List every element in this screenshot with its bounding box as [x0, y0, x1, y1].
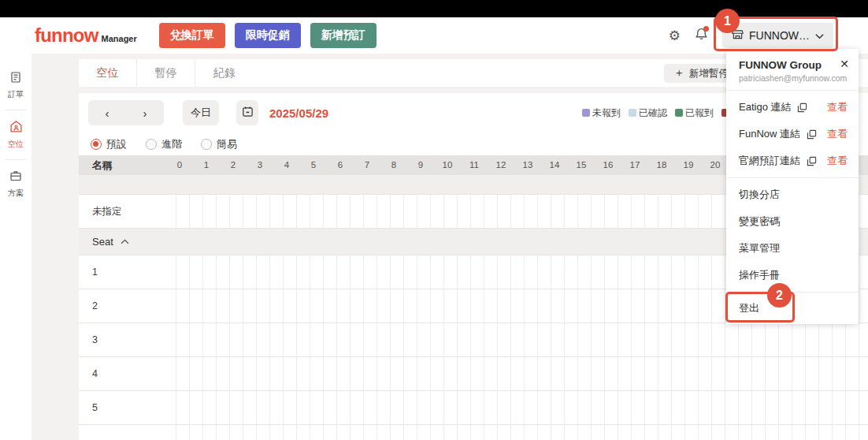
row-label: 2: [92, 300, 98, 311]
view-link-official-site[interactable]: 查看: [827, 154, 848, 168]
tab-seats[interactable]: 空位: [79, 59, 137, 87]
logo-manager-badge: Manager: [102, 34, 137, 43]
home-person-icon: [9, 120, 23, 136]
radio-default[interactable]: 預設: [91, 137, 127, 151]
radio-label: 進階: [161, 137, 182, 151]
timeline-grid: [176, 357, 868, 390]
sidebar-divider: [6, 159, 26, 160]
menu-link-label: 官網預訂連結: [739, 154, 800, 168]
add-pause-label: 新增暫停: [689, 67, 729, 80]
radio-advanced[interactable]: 進階: [146, 137, 182, 151]
receipt-icon: [9, 71, 22, 87]
hour-label: 1: [198, 155, 214, 175]
hour-label: 15: [573, 155, 589, 175]
sidebar-item-plans[interactable]: 方案: [8, 163, 24, 205]
menu-link-funnow[interactable]: FunNow 連結 查看: [726, 121, 859, 147]
account-menu-button[interactable]: FUNNOW…: [722, 23, 833, 48]
hour-label: 20: [707, 155, 723, 175]
menu-item-change-password[interactable]: 變更密碼: [726, 208, 859, 235]
timeline-grid: [176, 425, 868, 440]
timeline-grid: [176, 391, 868, 424]
today-button[interactable]: 今日: [183, 100, 219, 125]
menu-item-switch-branch[interactable]: 切換分店: [726, 181, 859, 208]
view-link-eatigo[interactable]: 查看: [827, 100, 848, 114]
hour-label: 2: [225, 155, 241, 175]
hour-label: 8: [386, 155, 402, 175]
hour-label: 19: [681, 155, 696, 175]
hour-label: 7: [359, 155, 375, 175]
menu-link-label: FunNow 連結: [739, 127, 800, 141]
menu-item-logout[interactable]: 登出: [726, 293, 859, 324]
copy-icon[interactable]: [797, 103, 807, 113]
menu-items-section: 切換分店 變更密碼 菜單管理 操作手冊: [726, 178, 859, 292]
sidebar-divider: [6, 110, 26, 110]
tab-records[interactable]: 紀錄: [195, 59, 254, 87]
annotation-step1-badge: 1: [715, 9, 740, 33]
table-row-seat-5[interactable]: 5: [79, 391, 868, 425]
settings-button[interactable]: ⚙: [669, 29, 681, 43]
flash-sale-button[interactable]: 限時促銷: [235, 23, 301, 48]
legend-swatch: [582, 109, 590, 117]
header-right-group: ⚙ FUNNOW…: [669, 23, 833, 48]
app-window: funnow Manager 兌換訂單 限時促銷 新增預訂 ⚙ FUNNOW: [0, 0, 868, 440]
menu-link-label: Eatigo 連結: [739, 100, 791, 114]
menu-item-menu-management[interactable]: 菜單管理: [726, 235, 859, 262]
account-label: FUNNOW…: [749, 29, 810, 42]
chevron-down-icon: [815, 29, 824, 42]
bell-icon: [695, 32, 708, 43]
legend-item-no-show: 未報到: [582, 106, 621, 120]
sidebar-item-orders[interactable]: 訂單: [8, 65, 24, 106]
legend-swatch: [629, 109, 636, 117]
legend-swatch: [675, 109, 683, 117]
table-row-partial: [79, 425, 868, 440]
current-date: 2025/05/29: [269, 106, 328, 120]
hour-label: 13: [520, 155, 536, 175]
menu-links-section: Eatigo 連結 查看 FunNow 連結 查看 官網預訂連結 查看: [726, 91, 859, 177]
copy-icon[interactable]: [807, 129, 817, 140]
notifications-button[interactable]: [695, 28, 708, 43]
menu-link-official-site[interactable]: 官網預訂連結 查看: [726, 147, 859, 174]
sidebar-item-seats[interactable]: 空位: [8, 114, 24, 156]
next-day-button[interactable]: ›: [126, 100, 164, 125]
group-label: Seat: [79, 236, 113, 248]
row-label: 未指定: [92, 205, 122, 218]
sidebar-item-label: 方案: [8, 188, 24, 199]
gear-icon: ⚙: [669, 28, 681, 43]
briefcase-icon: [9, 170, 22, 185]
view-link-funnow[interactable]: 查看: [827, 127, 848, 141]
sidebar-item-label: 訂單: [8, 89, 24, 100]
hour-label: 10: [440, 155, 455, 175]
sidebar-item-label: 空位: [8, 139, 24, 150]
hour-label: 14: [547, 155, 562, 175]
tab-pause[interactable]: 暫停: [137, 59, 195, 87]
radio-icon: [146, 139, 157, 150]
logo-text: funnow: [35, 24, 98, 47]
copy-icon[interactable]: [807, 156, 817, 166]
annotation-step2-badge: 2: [767, 283, 792, 308]
calendar-button[interactable]: [236, 100, 258, 125]
legend-item-checked-in: 已報到: [675, 106, 714, 120]
table-row-seat-4[interactable]: 4: [79, 357, 868, 391]
prev-day-button[interactable]: ‹: [88, 100, 126, 125]
funnow-logo: funnow Manager: [35, 24, 137, 47]
hour-label: 11: [466, 155, 482, 175]
add-booking-button[interactable]: 新增預訂: [310, 23, 377, 48]
close-icon[interactable]: ✕: [840, 58, 849, 69]
account-dropdown-menu: FUNNOW Group patriciashen@myfunnow.com ✕…: [726, 49, 859, 324]
menu-link-eatigo[interactable]: Eatigo 連結 查看: [726, 94, 859, 121]
radio-simple[interactable]: 簡易: [201, 137, 237, 151]
chevron-up-icon[interactable]: [121, 239, 129, 244]
menu-header: FUNNOW Group patriciashen@myfunnow.com ✕: [726, 49, 859, 90]
table-row-seat-3[interactable]: 3: [79, 323, 868, 357]
radio-label: 簡易: [217, 137, 237, 151]
header-actions: 兌換訂單 限時促銷 新增預訂: [159, 23, 377, 48]
row-label: 4: [92, 368, 98, 379]
status-legend: 未報到 已確認 已報到: [582, 93, 729, 132]
row-label: 5: [92, 402, 98, 413]
menu-item-user-manual[interactable]: 操作手冊: [726, 262, 859, 289]
hour-label: 5: [306, 155, 321, 175]
plus-icon: ＋: [673, 66, 684, 80]
redeem-order-button[interactable]: 兌換訂單: [159, 23, 225, 48]
calendar-icon: [242, 106, 254, 120]
hour-label: 12: [493, 155, 509, 175]
